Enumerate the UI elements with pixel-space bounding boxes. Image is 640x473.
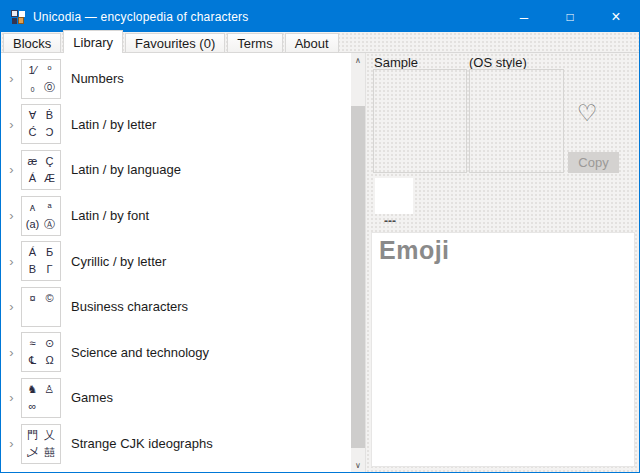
- category-glyph: ♞: [24, 381, 41, 398]
- description-pane: Emoji: [371, 232, 635, 467]
- tree-item-latin-by-font[interactable]: › ᴀᵃ (a)Ⓐ Latin / by font: [1, 193, 351, 239]
- category-preview-icon: ♞♙ ∞: [21, 378, 61, 418]
- category-glyph: 1⁄: [24, 62, 41, 79]
- close-button[interactable]: ×: [593, 1, 639, 32]
- preview-panel: Sample (OS style) ♡ Copy --- Emoji: [365, 53, 639, 472]
- chevron-right-icon[interactable]: ›: [2, 71, 21, 86]
- category-preview-icon: 1⁄⁰ ₀⓪: [21, 59, 61, 99]
- category-glyph: ⊙: [41, 335, 58, 352]
- category-glyph: ⓪: [41, 79, 58, 96]
- chevron-right-icon[interactable]: ›: [2, 117, 21, 132]
- minimize-icon: –: [520, 12, 528, 22]
- category-glyph: ©: [41, 290, 58, 307]
- tree-item-label: Games: [71, 390, 113, 405]
- tree-item-strange-cjk-ideographs[interactable]: › 門乂 乄囍 Strange CJK ideographs: [1, 421, 351, 467]
- category-glyph: Æ: [41, 170, 58, 187]
- selected-character-cell[interactable]: [375, 178, 413, 214]
- category-glyph: [24, 307, 41, 324]
- tree-item-latin-by-language[interactable]: › æÇ ÁÆ Latin / by language: [1, 147, 351, 193]
- category-glyph: 囍: [41, 444, 58, 461]
- tree-item-label: Strange CJK ideographs: [71, 436, 213, 451]
- tree-item-latin-by-letter[interactable]: › ∀Ḃ ĆƆ Latin / by letter: [1, 102, 351, 148]
- chevron-right-icon[interactable]: ›: [2, 162, 21, 177]
- category-preview-icon: ∀Ḃ ĆƆ: [21, 104, 61, 144]
- tab-bar: BlocksLibraryFavourites (0)TermsAbout: [1, 32, 639, 53]
- os-style-label: (OS style): [469, 55, 527, 70]
- category-glyph: 乂: [41, 427, 58, 444]
- app-logo-icon: [10, 9, 26, 25]
- category-glyph: Á: [24, 244, 41, 261]
- category-glyph: ⁰: [41, 62, 58, 79]
- chevron-right-icon[interactable]: ›: [2, 345, 21, 360]
- category-glyph: 乄: [24, 444, 41, 461]
- sample-label: Sample: [374, 55, 418, 70]
- tree-item-science-and-technology[interactable]: › ≈⊙ ℄Ω Science and technology: [1, 330, 351, 376]
- chevron-right-icon[interactable]: ›: [2, 436, 21, 451]
- close-icon: ×: [611, 8, 620, 26]
- scroll-up-icon[interactable]: ∧: [351, 53, 365, 67]
- tree-item-games[interactable]: › ♞♙ ∞ Games: [1, 375, 351, 421]
- chevron-right-icon[interactable]: ›: [2, 299, 21, 314]
- maximize-icon: □: [566, 10, 573, 24]
- category-tree: › 1⁄⁰ ₀⓪ Numbers › ∀Ḃ ĆƆ Latin / by lett…: [1, 53, 351, 472]
- category-preview-icon: ÁБ ВГ: [21, 241, 61, 281]
- os-style-preview-box: [469, 69, 564, 173]
- category-preview-icon: 門乂 乄囍: [21, 424, 61, 464]
- category-preview-icon: ≈⊙ ℄Ω: [21, 332, 61, 372]
- category-glyph: Г: [41, 261, 58, 278]
- category-glyph: [41, 307, 58, 324]
- heart-icon: ♡: [577, 100, 598, 127]
- category-glyph: ₀: [24, 79, 41, 96]
- tree-item-cyrillic-by-letter[interactable]: › ÁБ ВГ Cyrillic / by letter: [1, 238, 351, 284]
- category-glyph: ≈: [24, 335, 41, 352]
- tab-about[interactable]: About: [285, 33, 339, 52]
- category-glyph: Б: [41, 244, 58, 261]
- tree-item-numbers[interactable]: › 1⁄⁰ ₀⓪ Numbers: [1, 56, 351, 102]
- minimize-button[interactable]: –: [501, 1, 547, 32]
- block-heading: Emoji: [379, 236, 627, 265]
- category-glyph: ᴀ: [24, 199, 41, 216]
- category-glyph: Ɔ: [41, 124, 58, 141]
- category-glyph: æ: [24, 153, 41, 170]
- category-glyph: ℄: [24, 352, 41, 369]
- tree-item-business-characters[interactable]: › ¤© Business characters: [1, 284, 351, 330]
- window-title: Unicodia — encyclopedia of characters: [33, 10, 249, 24]
- scrollbar-thumb[interactable]: [351, 106, 365, 448]
- tree-item-label: Latin / by language: [71, 162, 181, 177]
- category-glyph: ∀: [24, 107, 41, 124]
- tab-library[interactable]: Library: [63, 30, 123, 53]
- category-glyph: В: [24, 261, 41, 278]
- tab-favourites-0[interactable]: Favourites (0): [125, 33, 225, 52]
- character-code-placeholder: ---: [384, 214, 396, 228]
- tab-terms[interactable]: Terms: [227, 33, 282, 52]
- favourite-button[interactable]: ♡: [571, 97, 603, 129]
- tree-item-label: Business characters: [71, 299, 188, 314]
- chevron-right-icon[interactable]: ›: [2, 208, 21, 223]
- scroll-down-icon[interactable]: ∨: [351, 458, 365, 472]
- category-glyph: [41, 398, 58, 415]
- tree-scrollbar[interactable]: ∧ ∨: [351, 53, 365, 472]
- tree-item-label: Cyrillic / by letter: [71, 254, 166, 269]
- tree-item-label: Latin / by font: [71, 208, 149, 223]
- category-glyph: ♙: [41, 381, 58, 398]
- category-glyph: 門: [24, 427, 41, 444]
- title-bar: Unicodia — encyclopedia of characters – …: [1, 1, 639, 32]
- category-glyph: ᵃ: [41, 199, 58, 216]
- tree-item-label: Latin / by letter: [71, 117, 156, 132]
- category-glyph: Ω: [41, 352, 58, 369]
- sample-preview-box: [373, 69, 467, 173]
- copy-button[interactable]: Copy: [568, 152, 619, 173]
- category-glyph: Ḃ: [41, 107, 58, 124]
- main-area: › 1⁄⁰ ₀⓪ Numbers › ∀Ḃ ĆƆ Latin / by lett…: [1, 53, 639, 472]
- caption-buttons: – □ ×: [501, 1, 639, 32]
- tab-blocks[interactable]: Blocks: [3, 33, 61, 52]
- category-glyph: Ç: [41, 153, 58, 170]
- category-preview-icon: ᴀᵃ (a)Ⓐ: [21, 196, 61, 236]
- tree-item-label: Numbers: [71, 71, 124, 86]
- category-glyph: Á: [24, 170, 41, 187]
- chevron-right-icon[interactable]: ›: [2, 254, 21, 269]
- tree-item-label: Science and technology: [71, 345, 209, 360]
- chevron-right-icon[interactable]: ›: [2, 390, 21, 405]
- app-window: Unicodia — encyclopedia of characters – …: [0, 0, 640, 473]
- maximize-button[interactable]: □: [547, 1, 593, 32]
